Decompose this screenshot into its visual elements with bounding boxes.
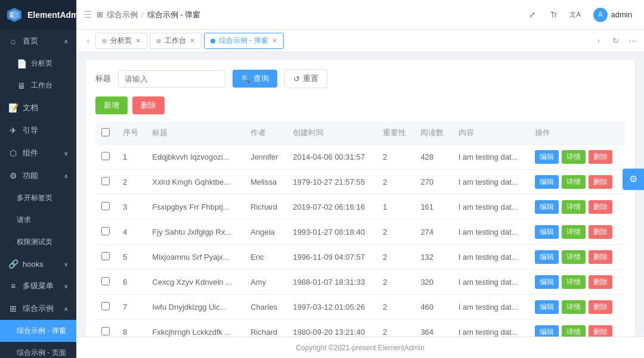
row-checkbox-8[interactable] [101,327,110,335]
detail-btn-2[interactable]: 详情 [562,175,586,189]
search-bar: 标题 🔍 查询 ↺ 重置 [95,69,625,88]
row-checkbox-6[interactable] [101,277,110,285]
sidebar-menu: ⌂ 首页 ∧ 📄 分析页 🖥 工作台 📝 文档 ✈ 引导 ⬡ 组件 ∨ [0,30,76,358]
detail-btn-7[interactable]: 详情 [562,300,586,314]
tabs-refresh-btn[interactable]: ↻ [608,34,623,48]
sidebar-item-hooks[interactable]: 🔗 hooks ∨ [0,253,76,275]
cell-author-1: Jennifer [244,145,287,170]
sidebar-item-permtest[interactable]: 权限测试页 [0,231,76,253]
table-row: 3 Fsxipgbys Frr Fhbptj... Richard 2019-0… [95,195,625,220]
logo-text: ElementAdmin [27,10,76,20]
sidebar-item-example[interactable]: ⊞ 综合示例 ∧ [0,297,76,320]
detail-btn-8[interactable]: 详情 [562,325,586,337]
sidebar-toggle-btn[interactable]: ☰ [83,9,92,20]
edit-btn-4[interactable]: 编辑 [535,225,559,239]
tab-close-drawer[interactable]: ✕ [272,37,277,45]
tab-close-workbench[interactable]: ✕ [190,37,195,45]
user-menu[interactable]: A admin [589,5,637,24]
query-icon: 🔍 [241,74,250,83]
sidebar-item-function[interactable]: ⚙ 功能 ∧ [0,164,76,187]
cell-created-7: 1997-03-12 01:05:26 [287,295,377,320]
search-input[interactable] [118,70,225,88]
sidebar-item-document[interactable]: 📝 文档 [0,96,76,119]
edit-btn-6[interactable]: 编辑 [535,275,559,289]
cell-created-1: 2014-04-06 00:31:57 [287,145,377,170]
cell-id-6: 6 [117,270,146,295]
cell-actions-2: 编辑 详情 删除 [529,170,625,195]
cell-reads-7: 460 [414,295,452,320]
detail-btn-5[interactable]: 详情 [562,250,586,264]
sidebar-item-request[interactable]: 请求 [0,209,76,231]
row-checkbox-4[interactable] [101,227,110,235]
row-checkbox-1[interactable] [101,152,110,160]
col-created: 创建时间 [287,122,377,145]
edit-btn-8[interactable]: 编辑 [535,325,559,337]
sidebar-item-workbench[interactable]: 🖥 工作台 [0,74,76,96]
cell-title-2: Xxlrd Kmgh Gqhktbe... [146,170,244,195]
delete-btn-8[interactable]: 删除 [589,325,612,337]
detail-btn-3[interactable]: 详情 [562,200,586,214]
cell-created-8: 1980-09-20 13:21:40 [287,320,377,337]
delete-button[interactable]: 删除 [132,96,165,114]
logo-icon: E [6,7,23,23]
data-table-wrap: 序号 标题 作者 创建时间 重要性 阅读数 内容 操作 1 Edqjbkv [95,122,625,337]
sidebar-item-guide[interactable]: ✈ 引导 [0,119,76,142]
detail-btn-4[interactable]: 详情 [562,225,586,239]
tab-workbench[interactable]: 工作台 ✕ [150,33,202,49]
delete-btn-5[interactable]: 删除 [589,250,612,264]
tabs-more-btn[interactable]: ⋯ [625,34,639,48]
cell-actions-3: 编辑 详情 删除 [529,195,625,220]
select-all-checkbox[interactable] [101,128,110,136]
cell-id-4: 4 [117,220,146,245]
sidebar-item-example-page[interactable]: 综合示例 - 页面 [0,342,76,358]
cell-importance-2: 2 [377,170,414,195]
sidebar-item-home[interactable]: ⌂ 首页 ∧ [0,30,76,52]
reset-button[interactable]: ↺ 重置 [284,69,327,88]
cell-author-6: Amy [244,270,287,295]
cell-title-8: Fxkcjhrngh Lckkzdfk ... [146,320,244,337]
row-checkbox-7[interactable] [101,302,110,310]
cell-created-6: 1988-01-07 18:31:33 [287,270,377,295]
tabs-right-actions: › ↻ ⋯ [592,34,639,48]
tabs-nav-right[interactable]: › [592,34,606,48]
delete-btn-4[interactable]: 删除 [589,225,612,239]
translate-btn[interactable]: Tr [546,7,562,23]
add-button[interactable]: 新增 [95,96,128,114]
cell-actions-5: 编辑 详情 删除 [529,245,625,270]
row-checkbox-2[interactable] [101,177,110,185]
lang-btn[interactable]: 文A [567,7,584,23]
tab-analysis[interactable]: 分析页 ✕ [95,33,147,49]
main-area: ☰ ⊞ 综合示例 / 综合示例 - 弹窗 ⤢ Tr 文A A admin ‹ 分… [76,0,644,358]
sidebar-item-multilevel[interactable]: ≡ 多级菜单 ∨ [0,275,76,297]
cell-content-6: I am testing dat... [453,270,529,295]
delete-btn-7[interactable]: 删除 [589,300,612,314]
edit-btn-7[interactable]: 编辑 [535,300,559,314]
table-head: 序号 标题 作者 创建时间 重要性 阅读数 内容 操作 [95,122,625,145]
edit-btn-1[interactable]: 编辑 [535,150,559,164]
edit-btn-2[interactable]: 编辑 [535,175,559,189]
sidebar-item-example-drawer[interactable]: 综合示例 - 弹窗 [0,320,76,342]
edit-btn-3[interactable]: 编辑 [535,200,559,214]
edit-btn-5[interactable]: 编辑 [535,250,559,264]
detail-btn-6[interactable]: 详情 [562,275,586,289]
user-name: admin [611,10,632,19]
delete-btn-3[interactable]: 删除 [589,200,612,214]
table-head-row: 序号 标题 作者 创建时间 重要性 阅读数 内容 操作 [95,122,625,145]
detail-btn-1[interactable]: 详情 [562,150,586,164]
query-button[interactable]: 🔍 查询 [233,70,277,88]
sidebar-item-analysis[interactable]: 📄 分析页 [0,52,76,74]
delete-btn-6[interactable]: 删除 [589,275,612,289]
tab-close-analysis[interactable]: ✕ [135,37,141,45]
tab-example-drawer[interactable]: 综合示例 - 弹窗 ✕ [204,33,284,49]
delete-btn-1[interactable]: 删除 [589,150,612,164]
fullscreen-btn[interactable]: ⤢ [524,7,541,23]
sidebar-item-multitab[interactable]: 多开标签页 [0,187,76,209]
sidebar-item-component[interactable]: ⬡ 组件 ∨ [0,142,76,164]
component-arrow: ∨ [64,150,68,157]
tabs-nav-left[interactable]: ‹ [81,34,95,48]
row-checkbox-3[interactable] [101,202,110,210]
row-checkbox-5[interactable] [101,252,110,260]
settings-fab[interactable]: ⚙ [623,169,644,190]
cell-importance-8: 2 [377,320,414,337]
delete-btn-2[interactable]: 删除 [589,175,612,189]
